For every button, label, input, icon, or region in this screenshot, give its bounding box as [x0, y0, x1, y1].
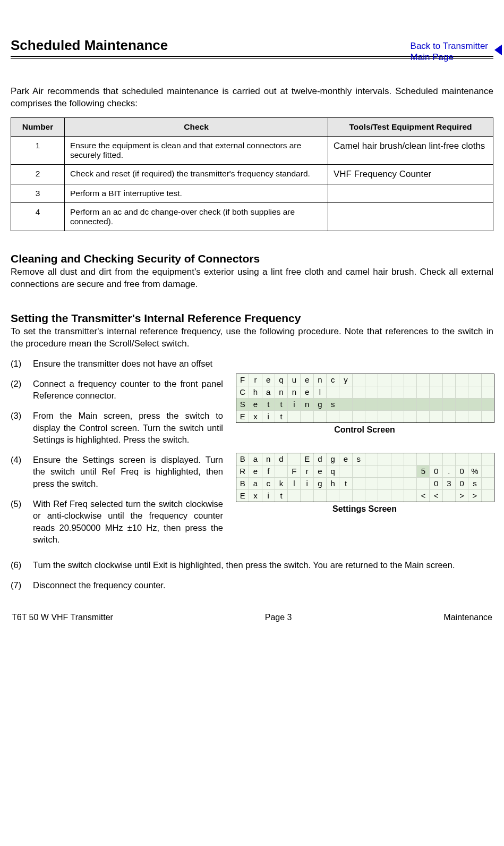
- lcd-cell: [353, 490, 365, 502]
- lcd-cell: 0: [456, 466, 468, 477]
- cell-tools: [328, 202, 493, 231]
- lcd-row: BandEdges: [236, 453, 494, 466]
- lcd-cell: i: [301, 478, 313, 489]
- lcd-cell: n: [262, 453, 275, 465]
- footer-right: Maintenance: [443, 613, 492, 622]
- cell-check: Perform an ac and dc change-over check (…: [65, 202, 328, 231]
- cell-check: Ensure the equipment is clean and that e…: [65, 136, 328, 164]
- lcd-cell: [353, 374, 365, 386]
- procedure-step: (6)Turn the switch clockwise until Exit …: [11, 559, 493, 571]
- lcd-cell: [468, 399, 481, 410]
- heading-freq: Setting the Transmitter's Internal Refer…: [11, 312, 493, 325]
- cell-number: 1: [11, 136, 65, 164]
- lcd-cell: [327, 386, 339, 398]
- footer-left: T6T 50 W VHF Transmitter: [12, 613, 113, 622]
- step-text: Connect a frequency counter to the front…: [33, 378, 223, 402]
- lcd-cell: r: [301, 466, 313, 477]
- lcd-cell: s: [468, 478, 481, 489]
- cell-tools: Camel hair brush/clean lint-free cloths: [328, 136, 493, 164]
- lcd-cell: [443, 411, 456, 422]
- back-arrow-icon[interactable]: [494, 45, 502, 55]
- lcd-cell: [482, 490, 494, 502]
- lcd-cell: 0: [456, 478, 468, 489]
- step-text: Ensure the transmitter does not have an …: [33, 358, 223, 369]
- step-text: From the Main screen, press the switch t…: [33, 410, 223, 445]
- lcd-cell: e: [301, 374, 313, 386]
- step-number: (3): [11, 410, 33, 445]
- lcd-cell: e: [314, 466, 327, 477]
- lcd-cell: s: [327, 399, 339, 410]
- th-number: Number: [11, 117, 65, 136]
- lcd-cell: [365, 386, 378, 398]
- cell-check: Perform a BIT interruptive test.: [65, 184, 328, 202]
- lcd-cell: E: [236, 490, 249, 502]
- lcd-cell: [404, 466, 417, 477]
- lcd-cell: [482, 466, 494, 477]
- lcd-cell: t: [275, 490, 288, 502]
- th-check: Check: [65, 117, 328, 136]
- lcd-cell: g: [314, 399, 327, 410]
- cell-number: 4: [11, 202, 65, 231]
- cell-check: Check and reset (if required) the transm…: [65, 164, 328, 184]
- lcd-cell: [288, 453, 301, 465]
- lcd-cell: [353, 386, 365, 398]
- table-row: 3Perform a BIT interruptive test.: [11, 184, 493, 202]
- lcd-cell: x: [249, 490, 262, 502]
- lcd-cell: [430, 411, 442, 422]
- step-text: Ensure the Settings screen is displayed.…: [33, 454, 223, 489]
- lcd-cell: c: [327, 374, 339, 386]
- lcd-cell: h: [249, 386, 262, 398]
- table-row: 2Check and reset (if required) the trans…: [11, 164, 493, 184]
- lcd-cell: i: [288, 399, 301, 410]
- lcd-cell: [378, 374, 391, 386]
- control-screen-label: Control Screen: [236, 425, 493, 435]
- step-number: (4): [11, 454, 33, 489]
- lcd-cell: [288, 411, 301, 422]
- lcd-cell: [404, 399, 417, 410]
- step-text: With Ref Freq selected turn the switch c…: [33, 498, 223, 545]
- lcd-cell: [456, 386, 468, 398]
- lcd-cell: 5: [417, 466, 430, 477]
- lcd-cell: >: [456, 490, 468, 502]
- lcd-cell: [404, 374, 417, 386]
- procedure-step: (3)From the Main screen, press the switc…: [11, 410, 223, 445]
- lcd-cell: [391, 453, 404, 465]
- lcd-cell: [353, 466, 365, 477]
- lcd-cell: B: [236, 453, 249, 465]
- procedure-step: (1)Ensure the transmitter does not have …: [11, 358, 223, 369]
- lcd-cell: [378, 478, 391, 489]
- back-link[interactable]: Back to Transmitter Main Page: [411, 40, 488, 63]
- lcd-cell: [339, 386, 352, 398]
- lcd-cell: [430, 453, 442, 465]
- page-footer: T6T 50 W VHF Transmitter Page 3 Maintena…: [11, 613, 493, 622]
- lcd-cell: e: [249, 466, 262, 477]
- lcd-cell: [353, 411, 365, 422]
- cell-tools: [328, 184, 493, 202]
- body-freq: To set the transmitter's internal refere…: [11, 326, 493, 350]
- settings-screen-label: Settings Screen: [236, 504, 493, 514]
- control-screen-lcd: FrequencyChannelSettingsExit: [236, 374, 494, 423]
- lcd-cell: [443, 374, 456, 386]
- lcd-cell: t: [275, 399, 288, 410]
- lcd-cell: [417, 399, 430, 410]
- lcd-row: Frequency: [236, 374, 494, 386]
- lcd-cell: [391, 386, 404, 398]
- lcd-cell: [365, 399, 378, 410]
- lcd-cell: [353, 478, 365, 489]
- lcd-cell: R: [236, 466, 249, 477]
- lcd-cell: n: [275, 386, 288, 398]
- step-number: (5): [11, 498, 33, 545]
- lcd-row: Settings: [236, 399, 494, 411]
- back-link-line1: Back to Transmitter: [411, 41, 488, 51]
- lcd-cell: [339, 411, 352, 422]
- lcd-cell: i: [262, 411, 275, 422]
- lcd-cell: [391, 478, 404, 489]
- lcd-cell: 0: [430, 478, 442, 489]
- lcd-cell: [443, 399, 456, 410]
- lcd-cell: [378, 399, 391, 410]
- lcd-cell: [456, 374, 468, 386]
- lcd-cell: [339, 399, 352, 410]
- maintenance-table: Number Check Tools/Test Equipment Requir…: [11, 117, 493, 231]
- lcd-cell: [378, 453, 391, 465]
- step-number: (6): [11, 559, 33, 571]
